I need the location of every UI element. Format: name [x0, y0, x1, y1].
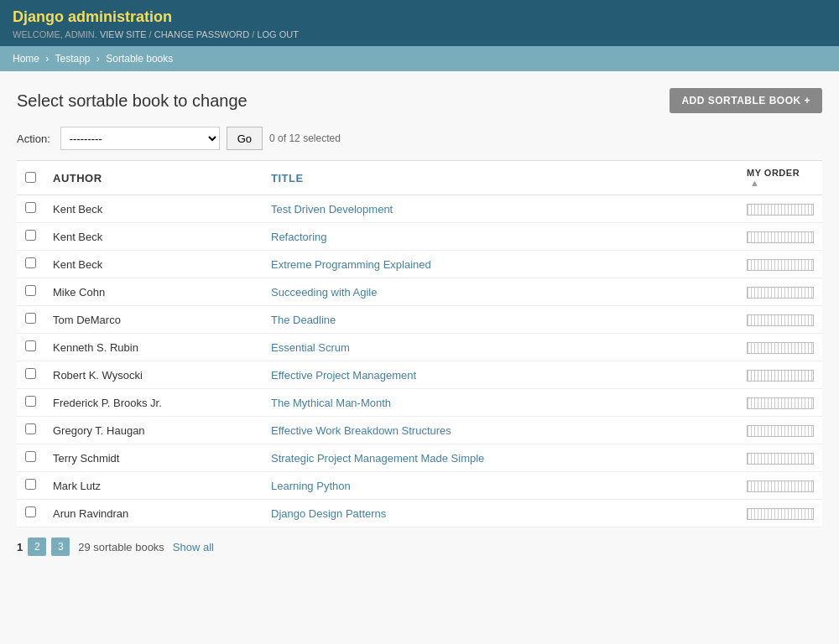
row-title-link[interactable]: Succeeding with Agile: [271, 286, 377, 299]
row-order-handle[interactable]: [738, 472, 822, 500]
current-page: 1: [17, 541, 23, 553]
page-title: Select sortable book to change: [17, 91, 248, 111]
table-header-row: AUTHOR TITLE MY ORDER ▲: [17, 161, 822, 195]
log-out-link[interactable]: LOG OUT: [257, 29, 299, 39]
change-password-link[interactable]: CHANGE PASSWORD: [154, 29, 249, 39]
row-title-link[interactable]: Extreme Programming Explained: [271, 258, 431, 271]
drag-handle-icon[interactable]: [747, 231, 814, 243]
row-title[interactable]: Test Driven Development: [263, 195, 738, 223]
row-order-handle[interactable]: [738, 195, 822, 223]
page-2-link[interactable]: 2: [28, 538, 46, 556]
add-sortable-book-button[interactable]: ADD SORTABLE BOOK +: [670, 88, 822, 113]
row-checkbox[interactable]: [25, 506, 36, 517]
header-nav: WELCOME, ADMIN. VIEW SITE / CHANGE PASSW…: [13, 29, 826, 39]
author-column-header[interactable]: AUTHOR: [44, 161, 263, 195]
sort-asc-icon: ▲: [750, 178, 759, 188]
row-author: Arun Ravindran: [44, 500, 263, 527]
row-title[interactable]: Essential Scrum: [263, 334, 738, 361]
results-table: AUTHOR TITLE MY ORDER ▲ Kent BeckTest Dr…: [17, 160, 822, 527]
table-row: Mike CohnSucceeding with Agile: [17, 278, 822, 306]
row-title-link[interactable]: The Deadline: [271, 314, 336, 326]
drag-handle-icon[interactable]: [747, 397, 814, 409]
row-author: Robert K. Wysocki: [44, 361, 263, 389]
table-row: Gregory T. HauganEffective Work Breakdow…: [17, 417, 822, 444]
drag-handle-icon[interactable]: [747, 342, 814, 354]
row-checkbox[interactable]: [25, 396, 36, 407]
select-all-checkbox[interactable]: [25, 172, 36, 183]
row-order-handle[interactable]: [738, 334, 822, 361]
row-checkbox[interactable]: [25, 368, 36, 379]
row-title[interactable]: Strategic Project Management Made Simple: [263, 444, 738, 472]
row-checkbox[interactable]: [25, 313, 36, 324]
row-title-link[interactable]: Learning Python: [271, 480, 351, 492]
go-button[interactable]: Go: [227, 127, 263, 150]
row-title[interactable]: Effective Project Management: [263, 361, 738, 389]
site-title: Django administration: [13, 8, 826, 26]
row-checkbox[interactable]: [25, 257, 36, 268]
row-order-handle[interactable]: [738, 500, 822, 527]
row-title[interactable]: Refactoring: [263, 223, 738, 251]
drag-handle-icon[interactable]: [747, 287, 814, 299]
content-header: Select sortable book to change ADD SORTA…: [17, 88, 822, 113]
action-bar: Action: --------- Go 0 of 12 selected: [17, 127, 822, 150]
breadcrumb-current: Sortable books: [106, 53, 173, 65]
row-title-link[interactable]: The Mythical Man-Month: [271, 397, 391, 409]
row-title-link[interactable]: Test Driven Development: [271, 203, 393, 216]
drag-handle-icon[interactable]: [747, 453, 814, 465]
row-title[interactable]: The Deadline: [263, 306, 738, 334]
show-all-link[interactable]: Show all: [173, 541, 214, 553]
row-checkbox[interactable]: [25, 230, 36, 241]
row-title[interactable]: The Mythical Man-Month: [263, 389, 738, 417]
row-checkbox[interactable]: [25, 451, 36, 462]
row-title-link[interactable]: Effective Work Breakdown Structures: [271, 424, 451, 437]
drag-handle-icon[interactable]: [747, 204, 814, 216]
row-title[interactable]: Succeeding with Agile: [263, 278, 738, 306]
row-author: Terry Schmidt: [44, 444, 263, 472]
row-author: Kent Beck: [44, 195, 263, 223]
page-3-link[interactable]: 3: [51, 538, 70, 556]
drag-handle-icon[interactable]: [747, 314, 814, 326]
row-order-handle[interactable]: [738, 223, 822, 251]
row-checkbox[interactable]: [25, 285, 36, 296]
row-title-link[interactable]: Strategic Project Management Made Simple: [271, 452, 484, 465]
row-order-handle[interactable]: [738, 444, 822, 472]
row-title[interactable]: Django Design Patterns: [263, 500, 738, 527]
row-checkbox[interactable]: [25, 340, 36, 351]
row-title-link[interactable]: Refactoring: [271, 231, 326, 243]
row-checkbox[interactable]: [25, 423, 36, 434]
row-title-link[interactable]: Django Design Patterns: [271, 507, 386, 520]
row-order-handle[interactable]: [738, 361, 822, 389]
row-order-handle[interactable]: [738, 278, 822, 306]
row-title[interactable]: Learning Python: [263, 472, 738, 500]
table-row: Kent BeckRefactoring: [17, 223, 822, 251]
drag-handle-icon[interactable]: [747, 259, 814, 271]
row-order-handle[interactable]: [738, 417, 822, 444]
drag-handle-icon[interactable]: [747, 480, 814, 492]
title-column-header[interactable]: TITLE: [263, 161, 738, 195]
breadcrumb-app[interactable]: Testapp: [55, 53, 90, 65]
row-author: Kent Beck: [44, 251, 263, 278]
drag-handle-icon[interactable]: [747, 508, 814, 520]
drag-handle-icon[interactable]: [747, 370, 814, 382]
row-title-link[interactable]: Essential Scrum: [271, 341, 350, 354]
row-author: Frederick P. Brooks Jr.: [44, 389, 263, 417]
row-title[interactable]: Extreme Programming Explained: [263, 251, 738, 278]
breadcrumb-home[interactable]: Home: [13, 53, 39, 65]
row-author: Mike Cohn: [44, 278, 263, 306]
total-count: 29 sortable books: [78, 541, 164, 553]
row-order-handle[interactable]: [738, 306, 822, 334]
view-site-link[interactable]: VIEW SITE: [100, 29, 147, 39]
row-checkbox[interactable]: [25, 202, 36, 213]
row-checkbox[interactable]: [25, 479, 36, 490]
row-order-handle[interactable]: [738, 251, 822, 278]
row-author: Kent Beck: [44, 223, 263, 251]
table-row: Kenneth S. RubinEssential Scrum: [17, 334, 822, 361]
row-title-link[interactable]: Effective Project Management: [271, 369, 416, 382]
table-row: Frederick P. Brooks Jr.The Mythical Man-…: [17, 389, 822, 417]
row-title[interactable]: Effective Work Breakdown Structures: [263, 417, 738, 444]
drag-handle-icon[interactable]: [747, 425, 814, 437]
selected-count: 0 of 12 selected: [269, 132, 341, 144]
action-select[interactable]: ---------: [60, 127, 220, 150]
row-order-handle[interactable]: [738, 389, 822, 417]
order-column-header[interactable]: MY ORDER ▲: [738, 161, 822, 195]
